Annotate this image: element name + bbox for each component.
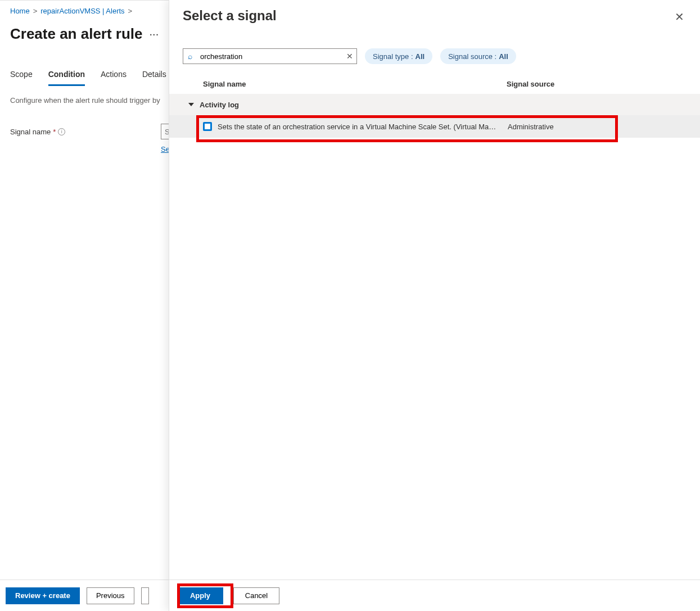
group-activity-log[interactable]: Activity log	[169, 94, 700, 115]
signal-search[interactable]: ⌕ ✕	[183, 48, 357, 64]
tab-actions[interactable]: Actions	[101, 70, 127, 86]
info-icon[interactable]: i	[58, 128, 65, 135]
signal-row-orchestration[interactable]: Sets the state of an orchestration servi…	[169, 115, 700, 138]
chevron-down-icon	[188, 103, 194, 106]
signal-type-filter[interactable]: Signal type : All	[365, 48, 432, 64]
breadcrumb-sep: >	[33, 7, 38, 15]
page-title: Create an alert rule	[10, 25, 143, 43]
panel-title: Select a signal	[183, 8, 277, 24]
signal-source-filter[interactable]: Signal source : All	[440, 48, 516, 64]
more-menu-button[interactable]: ···	[150, 28, 159, 40]
tab-scope[interactable]: Scope	[10, 70, 33, 86]
tab-condition[interactable]: Condition	[48, 70, 85, 86]
review-create-button[interactable]: Review + create	[6, 587, 80, 604]
previous-button[interactable]: Previous	[87, 587, 134, 604]
tab-details[interactable]: Details	[142, 70, 166, 86]
apply-button[interactable]: Apply	[177, 587, 223, 604]
signal-row-name: Sets the state of an orchestration servi…	[218, 123, 508, 131]
clear-search-icon[interactable]: ✕	[346, 52, 353, 61]
cancel-button[interactable]: Cancel	[233, 587, 279, 604]
signal-name-label: Signal name * i	[10, 128, 151, 136]
signal-row-source: Administrative	[508, 123, 687, 131]
activity-log-icon	[203, 122, 212, 131]
required-indicator: *	[53, 128, 56, 136]
signal-columns: Signal name Signal source	[169, 74, 700, 94]
signal-search-input[interactable]	[183, 49, 356, 64]
close-icon[interactable]: ✕	[672, 8, 687, 26]
col-signal-name[interactable]: Signal name	[203, 80, 507, 88]
search-icon: ⌕	[188, 52, 192, 61]
select-signal-panel: Select a signal ✕ ⌕ ✕ Signal type : All …	[169, 0, 700, 611]
breadcrumb-sep: >	[128, 7, 133, 15]
breadcrumb-item-alerts[interactable]: repairActionVMSS | Alerts	[40, 7, 124, 15]
group-label: Activity log	[200, 101, 239, 109]
breadcrumb-home[interactable]: Home	[10, 7, 30, 15]
col-signal-source[interactable]: Signal source	[507, 80, 687, 88]
panel-footer: Apply Cancel	[169, 580, 700, 611]
extra-button[interactable]	[141, 587, 149, 604]
